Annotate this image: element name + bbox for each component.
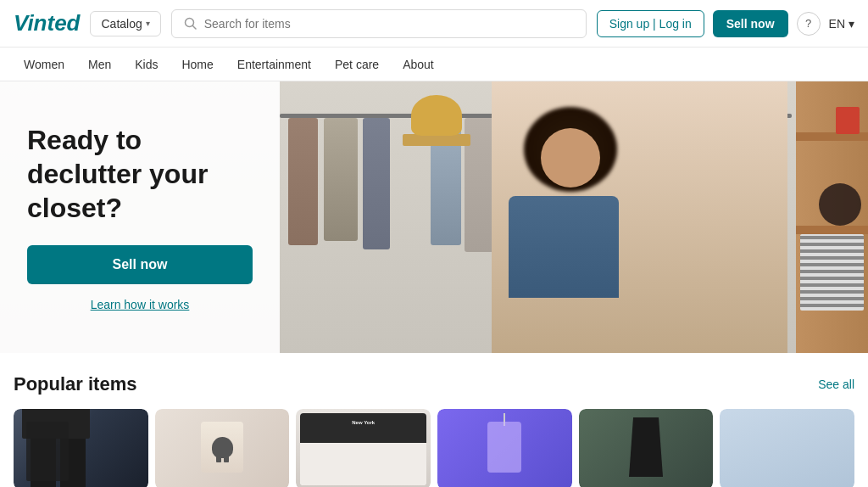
help-button[interactable]: ? [797,12,821,36]
search-bar [171,9,587,38]
item-card[interactable] [579,409,714,487]
popular-header: Popular items See all [14,373,854,395]
sell-now-header-button[interactable]: Sell now [713,10,788,37]
shelf-item-striped [800,234,864,311]
sidebar-item-home[interactable]: Home [171,51,223,78]
item-image [437,409,572,487]
see-all-button[interactable]: See all [818,378,854,391]
sidebar-item-entertainment[interactable]: Entertainment [227,51,321,78]
item-card[interactable] [720,409,854,487]
catalog-button[interactable]: Catalog ▾ [90,11,160,36]
items-grid: New York [14,409,854,487]
sell-now-hero-button[interactable]: Sell now [27,245,253,284]
hat-decoration [398,97,475,146]
item-image: New York [296,409,431,487]
main-nav: Women Men Kids Home Entertainment Pet ca… [0,48,868,81]
svg-line-1 [192,25,196,29]
item-card[interactable] [14,409,148,487]
popular-items-section: Popular items See all [0,353,868,487]
item-image [155,409,290,487]
sidebar-item-pet-care[interactable]: Pet care [325,51,389,78]
help-icon: ? [805,17,811,30]
header: Vinted Catalog ▾ Sign up | Log in Sell n… [0,0,868,48]
item-card[interactable]: New York [296,409,431,487]
cloth-2 [324,118,358,241]
cloth-3 [363,118,390,249]
shelf-item-bag [819,183,861,226]
search-icon [184,17,198,31]
popular-title: Popular items [14,373,136,395]
signup-login-button[interactable]: Sign up | Log in [597,10,704,37]
language-label: EN [829,17,845,31]
item-card[interactable] [437,409,572,487]
hero-overlay-card: Ready to declutter your closet? Sell now… [0,81,280,353]
item-image [720,409,854,487]
hero-section: Ready to declutter your closet? Sell now… [0,81,868,353]
language-selector[interactable]: EN ▾ [829,17,854,31]
search-input[interactable] [204,17,574,31]
chevron-down-icon: ▾ [849,17,854,31]
logo[interactable]: Vinted [14,10,80,36]
catalog-label: Catalog [101,17,142,31]
item-image [14,409,148,487]
shelf-shelf2 [796,226,868,234]
learn-how-link[interactable]: Learn how it works [27,298,253,311]
cloth-1 [288,118,318,245]
item-card[interactable] [155,409,290,487]
face [541,128,600,188]
header-actions: Sign up | Log in Sell now ? EN ▾ [597,10,854,37]
chevron-down-icon: ▾ [146,19,150,28]
item-image [579,409,714,487]
sidebar-item-men[interactable]: Men [78,51,121,78]
jacket [509,196,619,298]
hero-heading: Ready to declutter your closet? [27,123,253,225]
shelf-item-red [836,107,860,134]
sidebar-item-about[interactable]: About [392,51,444,78]
sidebar-item-women[interactable]: Women [14,51,75,78]
sidebar-item-kids[interactable]: Kids [125,51,168,78]
